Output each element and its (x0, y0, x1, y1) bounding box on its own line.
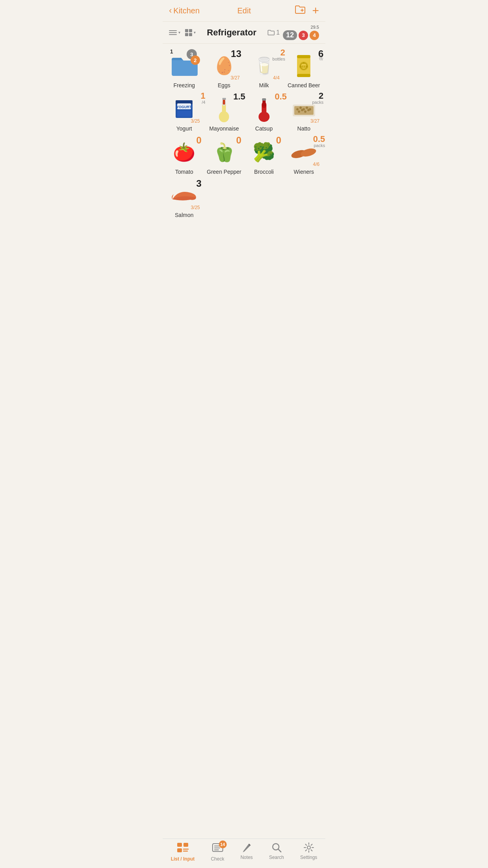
natto-unit: packs (312, 100, 324, 105)
eggs-icon-wrap: 🥚 13 3/27 (208, 50, 240, 81)
wieners-date: 4/6 (313, 162, 320, 167)
content-area: 3 2 1 Freezing 🥚 13 3/27 Eggs 🥛 2 bottle… (163, 44, 325, 254)
beer-unit: 缶 (319, 55, 323, 61)
catsup-icon-wrap: 0.5 (248, 93, 280, 125)
wieners-label: Wieners (294, 169, 314, 175)
svg-rect-17 (223, 99, 225, 105)
beer-icon-wrap: BEER 6 缶 (288, 50, 319, 81)
back-chevron-icon: ‹ (169, 6, 172, 16)
natto-icon-wrap: 2 packs 3/27 (288, 93, 319, 125)
yogurt-date: 3/25 (191, 118, 200, 124)
red-score-badge: 3 (299, 31, 308, 40)
broccoli-qty: 0 (276, 135, 281, 146)
svg-rect-13 (177, 110, 191, 117)
toolbar: ▾ ▾ Refrigerator 1 29.5 12 3 4 (163, 22, 325, 44)
svg-rect-4 (297, 74, 310, 77)
mayo-icon-wrap: 1.5 (208, 93, 240, 125)
list-item[interactable]: 🥚 13 3/27 Eggs (204, 47, 244, 90)
milk-date: 4/4 (273, 75, 280, 81)
mayo-icon (217, 95, 231, 123)
salmon-date: 3/25 (191, 205, 200, 210)
eggs-date: 3/27 (231, 75, 240, 81)
pepper-label: Green Pepper (207, 169, 241, 175)
broccoli-icon-wrap: 🥦 0 (248, 136, 280, 168)
list-item[interactable]: 0.5 Catsup (244, 90, 284, 133)
catsup-label: Catsup (255, 125, 273, 132)
yogurt-icon-wrap: YOGURT 1 /4 3/25 (169, 93, 200, 125)
grid-view-toggle[interactable]: ▾ (185, 29, 196, 36)
list-item[interactable]: 1.5 Mayonnaise (204, 90, 244, 133)
yogurt-label: Yogurt (176, 125, 192, 132)
svg-point-26 (296, 108, 299, 110)
natto-qty: 2 (319, 92, 323, 100)
milk-unit: bottles (272, 57, 285, 61)
natto-label: Natto (297, 125, 310, 132)
svg-rect-3 (297, 55, 310, 58)
catsup-icon (257, 95, 272, 123)
svg-point-29 (306, 107, 308, 109)
eggs-icon: 🥚 (213, 57, 235, 74)
natto-qty-wrap: 2 packs (312, 92, 324, 105)
svg-point-34 (307, 109, 310, 111)
orange-score-badge: 4 (310, 31, 319, 40)
milk-label: Milk (259, 82, 269, 88)
beer-can-icon: BEER (294, 52, 314, 79)
header-icons: + (295, 5, 319, 17)
list-view-toggle[interactable]: ▾ (169, 30, 180, 35)
salmon-icon (171, 186, 198, 205)
pepper-qty: 0 (236, 135, 241, 146)
freezing-label: Freezing (174, 82, 195, 88)
svg-point-31 (298, 110, 300, 113)
salmon-icon-wrap: 3 3/25 (169, 180, 200, 211)
eggs-label: Eggs (218, 82, 230, 88)
list-item[interactable]: 🫑 0 Green Pepper (204, 133, 244, 177)
freezing-number: 1 (170, 48, 173, 55)
mayo-qty: 1.5 (233, 92, 246, 102)
freezing-icon-wrap: 3 2 1 (169, 50, 200, 81)
back-label: Kitchen (173, 6, 200, 15)
milk-icon-wrap: 🥛 2 bottles 4/4 (248, 50, 280, 81)
list-item[interactable]: 3 2 1 Freezing (164, 47, 204, 90)
mayo-label: Mayonnaise (209, 125, 239, 132)
add-item-button[interactable]: + (312, 5, 319, 17)
salmon-qty: 3 (196, 178, 201, 189)
list-item[interactable]: BEER 6 缶 Canned Beer (284, 47, 324, 90)
main-score-badge: 12 (283, 30, 297, 40)
wieners-qty-wrap: 0.5 packs (313, 135, 325, 148)
svg-rect-18 (222, 98, 226, 100)
salmon-label: Salmon (175, 212, 193, 218)
back-button[interactable]: ‹ Kitchen (169, 6, 200, 16)
tomato-qty: 0 (196, 135, 201, 146)
milk-icon: 🥛 (254, 56, 274, 75)
wieners-unit: packs (314, 143, 325, 148)
svg-text:BEER: BEER (299, 65, 308, 68)
folder-badge-sub: 2 (191, 55, 200, 65)
svg-point-33 (304, 110, 306, 113)
broccoli-icon: 🥦 (253, 142, 275, 163)
list-item[interactable]: 🍅 0 Tomato (164, 133, 204, 177)
svg-rect-22 (262, 100, 266, 106)
list-item[interactable]: YOGURT 1 /4 3/25 Yogurt (164, 90, 204, 133)
yogurt-icon: YOGURT (173, 96, 195, 122)
list-icon (169, 30, 177, 35)
folder-add-icon[interactable] (295, 5, 306, 17)
list-item[interactable]: 3 3/25 Salmon (164, 177, 204, 220)
natto-date: 3/27 (310, 118, 319, 124)
toolbar-right: 1 29.5 12 3 4 (268, 25, 319, 40)
list-item[interactable]: 0.5 packs 4/6 Wieners (284, 133, 324, 177)
folder-count-label: 1 (276, 29, 280, 36)
svg-point-27 (299, 107, 302, 109)
svg-rect-23 (262, 98, 266, 101)
svg-point-32 (301, 109, 303, 111)
wieners-icon-wrap: 0.5 packs 4/6 (288, 136, 319, 168)
folder-count: 1 (268, 29, 280, 36)
pepper-icon-wrap: 🫑 0 (208, 136, 240, 168)
list-item[interactable]: 🥦 0 Broccoli (244, 133, 284, 177)
list-item[interactable]: 🥛 2 bottles 4/4 Milk (244, 47, 284, 90)
list-item[interactable]: 2 packs 3/27 Natto (284, 90, 324, 133)
tomato-label: Tomato (175, 169, 193, 175)
edit-button[interactable]: Edit (237, 6, 251, 15)
list-chevron-icon: ▾ (178, 30, 180, 35)
tomato-icon: 🍅 (173, 142, 195, 163)
wieners-qty: 0.5 (313, 135, 325, 143)
